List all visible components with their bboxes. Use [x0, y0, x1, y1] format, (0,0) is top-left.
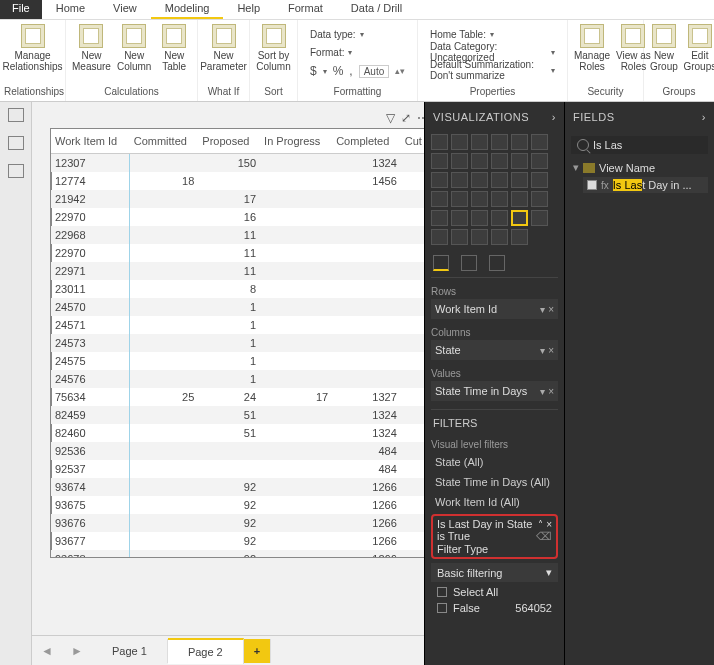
visual-type-icon[interactable]	[471, 153, 488, 169]
file-tab[interactable]: File	[0, 0, 42, 19]
table-row[interactable]: 93677921266	[51, 532, 424, 550]
report-view-icon[interactable]	[8, 108, 24, 122]
visual-type-icon[interactable]	[451, 210, 468, 226]
table-row[interactable]: 82459511324	[51, 406, 424, 424]
rows-well[interactable]: Work Item Id▾ ×	[431, 299, 558, 319]
view-tab[interactable]: View	[99, 0, 151, 19]
fields-search[interactable]: Is Las	[571, 136, 708, 154]
edit-groups-button[interactable]: Edit Groups	[684, 24, 714, 72]
visual-type-icon[interactable]	[491, 210, 508, 226]
filter-type-dropdown[interactable]: Basic filtering▾	[431, 563, 558, 582]
sort-by-column-button[interactable]: Sort by Column	[256, 24, 291, 72]
filter-work-item[interactable]: Work Item Id (All)	[431, 492, 558, 512]
visual-type-icon[interactable]	[531, 153, 548, 169]
new-measure-button[interactable]: New Measure	[72, 24, 111, 72]
table-row[interactable]: 93675921266	[51, 496, 424, 514]
visual-type-icon[interactable]	[531, 172, 548, 188]
model-view-icon[interactable]	[8, 164, 24, 178]
currency-icon[interactable]: $	[310, 64, 317, 78]
add-page-tab[interactable]: +	[244, 639, 271, 663]
new-group-button[interactable]: New Group	[650, 24, 678, 72]
table-view-name[interactable]: ▾ View Name	[571, 158, 708, 177]
more-icon[interactable]: ⋯	[417, 111, 424, 125]
collapse-viz-icon[interactable]: ›	[552, 111, 556, 123]
visual-type-icon[interactable]	[431, 229, 448, 245]
collapse-fields-icon[interactable]: ›	[702, 111, 706, 123]
table-row[interactable]: 230118	[51, 280, 424, 298]
analytics-mode-icon[interactable]	[489, 255, 505, 271]
visual-type-icon[interactable]	[531, 191, 548, 207]
visual-type-icon[interactable]	[451, 153, 468, 169]
table-row[interactable]: 245751	[51, 352, 424, 370]
columns-well[interactable]: State▾ ×	[431, 340, 558, 360]
percent-icon[interactable]: %	[333, 64, 344, 78]
data-view-icon[interactable]	[8, 136, 24, 150]
visual-type-icon[interactable]	[511, 210, 528, 226]
prev-page[interactable]: ◄	[32, 644, 62, 658]
table-row[interactable]: 123071501324	[51, 154, 424, 173]
visual-type-icon[interactable]	[451, 134, 468, 150]
manage-roles-button[interactable]: Manage Roles	[574, 24, 610, 72]
fields-mode-icon[interactable]	[433, 255, 449, 271]
visual-type-icon[interactable]	[431, 172, 448, 188]
home-tab[interactable]: Home	[42, 0, 99, 19]
visual-type-icon[interactable]	[471, 134, 488, 150]
visual-type-icon[interactable]	[431, 210, 448, 226]
manage-relationships-button[interactable]: Manage Relationships	[11, 24, 55, 72]
page-1-tab[interactable]: Page 1	[92, 639, 168, 663]
thousands-icon[interactable]: ,	[349, 64, 352, 78]
filter-is-last-day[interactable]: Is Last Day in State˄ × is True⌫ Filter …	[431, 514, 558, 559]
visual-type-icon[interactable]	[511, 229, 528, 245]
table-row[interactable]: 93676921266	[51, 514, 424, 532]
visual-type-icon[interactable]	[431, 153, 448, 169]
table-row[interactable]: 2297011	[51, 244, 424, 262]
table-row[interactable]: 92537484	[51, 460, 424, 478]
table-row[interactable]: 92536484	[51, 442, 424, 460]
visual-type-icon[interactable]	[511, 172, 528, 188]
page-2-tab[interactable]: Page 2	[168, 638, 244, 664]
visual-type-icon[interactable]	[471, 191, 488, 207]
visual-type-icon[interactable]	[511, 153, 528, 169]
table-row[interactable]: 2297111	[51, 262, 424, 280]
table-row[interactable]: 82460511324	[51, 424, 424, 442]
filter-icon[interactable]: ▽	[386, 111, 395, 125]
table-row[interactable]: 756342524171327	[51, 388, 424, 406]
focus-icon[interactable]: ⤢	[401, 111, 411, 125]
table-row[interactable]: 12774181456	[51, 172, 424, 190]
visual-type-icon[interactable]	[451, 172, 468, 188]
visual-type-icon[interactable]	[471, 172, 488, 188]
table-row[interactable]: 245711	[51, 316, 424, 334]
decimal-auto[interactable]: Auto	[359, 65, 390, 78]
table-row[interactable]: 245731	[51, 334, 424, 352]
table-row[interactable]: 2296811	[51, 226, 424, 244]
visual-type-icon[interactable]	[531, 134, 548, 150]
visual-type-icon[interactable]	[491, 153, 508, 169]
visual-type-icon[interactable]	[491, 229, 508, 245]
new-table-button[interactable]: New Table	[157, 24, 191, 72]
visual-type-icon[interactable]	[451, 191, 468, 207]
table-row[interactable]: 245701	[51, 298, 424, 316]
visual-type-icon[interactable]	[491, 191, 508, 207]
table-row[interactable]: 93678921266	[51, 550, 424, 557]
new-parameter-button[interactable]: New Parameter	[202, 24, 246, 72]
new-column-button[interactable]: New Column	[117, 24, 151, 72]
filter-state-time[interactable]: State Time in Days (All)	[431, 472, 558, 492]
values-well[interactable]: State Time in Days▾ ×	[431, 381, 558, 401]
next-page[interactable]: ►	[62, 644, 92, 658]
visual-type-icon[interactable]	[431, 134, 448, 150]
visual-type-icon[interactable]	[511, 134, 528, 150]
visual-type-icon[interactable]	[491, 134, 508, 150]
filter-state[interactable]: State (All)	[431, 452, 558, 472]
modeling-tab[interactable]: Modeling	[151, 0, 224, 19]
visual-type-icon[interactable]	[431, 191, 448, 207]
table-row[interactable]: 245761	[51, 370, 424, 388]
help-tab[interactable]: Help	[223, 0, 274, 19]
format-tab[interactable]: Format	[274, 0, 337, 19]
visual-type-icon[interactable]	[511, 191, 528, 207]
visual-type-icon[interactable]	[451, 229, 468, 245]
table-row[interactable]: 93674921266	[51, 478, 424, 496]
select-all-check[interactable]: Select All	[431, 584, 558, 600]
field-is-last-day[interactable]: fx Is Last Day in ...	[583, 177, 708, 193]
table-row[interactable]: 2297016	[51, 208, 424, 226]
visual-type-icon[interactable]	[471, 210, 488, 226]
